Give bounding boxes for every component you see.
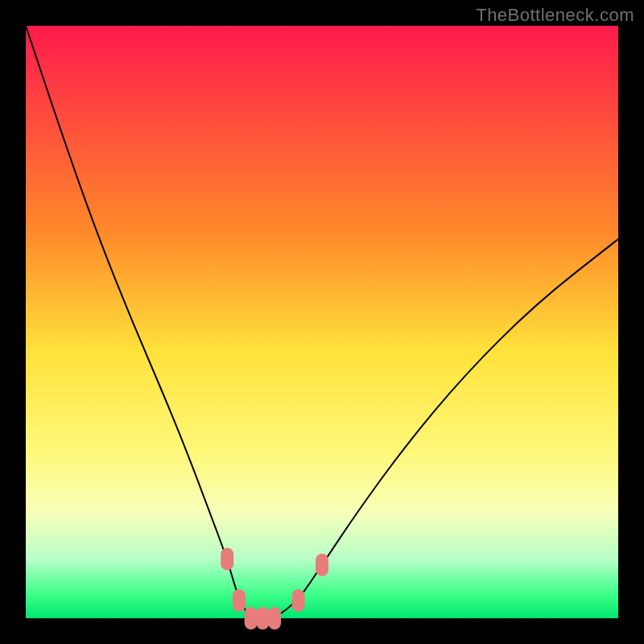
watermark-text: TheBottleneck.com <box>476 5 634 26</box>
bottleneck-chart <box>0 0 644 644</box>
minimum-marker <box>316 554 328 576</box>
minimum-marker <box>233 589 246 612</box>
chart-frame: TheBottleneck.com <box>0 0 644 644</box>
minimum-marker <box>292 589 305 612</box>
plot-area <box>26 26 618 618</box>
minimum-bar <box>246 611 279 625</box>
minimum-marker <box>221 547 233 570</box>
